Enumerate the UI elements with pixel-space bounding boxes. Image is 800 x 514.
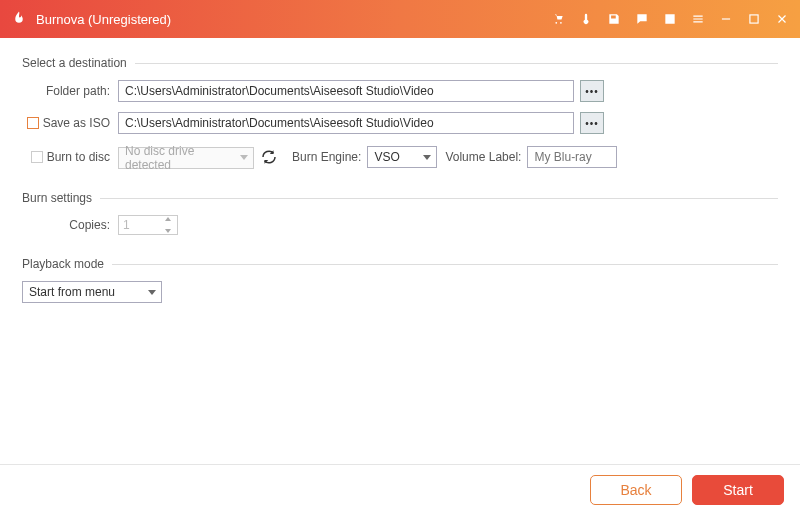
section-destination: Select a destination Folder path: ••• Sa… [22, 56, 778, 177]
back-button[interactable]: Back [590, 475, 682, 505]
save-iso-browse-button[interactable]: ••• [580, 112, 604, 134]
disc-drive-select[interactable]: No disc drive detected [118, 147, 254, 169]
refresh-icon[interactable] [260, 148, 278, 166]
menu-icon[interactable] [690, 11, 706, 27]
burn-disc-text: Burn to disc [47, 150, 110, 164]
label-folder-path: Folder path: [22, 84, 118, 98]
row-burn-disc: Burn to disc No disc drive detected Burn… [22, 144, 778, 169]
save-iso-checkbox[interactable] [27, 117, 39, 129]
row-save-iso: Save as ISO ••• [22, 112, 778, 134]
burn-engine-group: Burn Engine: VSO [292, 146, 437, 168]
label-burn-engine: Burn Engine: [292, 150, 361, 164]
titlebar: Burnova (Unregistered) [0, 0, 800, 38]
copies-down-icon[interactable] [165, 229, 171, 233]
legend-playback: Playback mode [22, 257, 112, 271]
burn-disc-checkbox[interactable] [31, 151, 43, 163]
flame-icon [10, 10, 28, 28]
row-playback-mode: Start from menu [22, 281, 778, 303]
section-playback: Playback mode Start from menu [22, 257, 778, 311]
footer: Back Start [0, 464, 800, 514]
maximize-icon[interactable] [746, 11, 762, 27]
app-logo: Burnova (Unregistered) [10, 10, 171, 28]
titlebar-icons [550, 11, 790, 27]
disc-drive-select-wrap[interactable]: No disc drive detected [118, 144, 254, 169]
app-title: Burnova (Unregistered) [36, 12, 171, 27]
playback-mode-select[interactable]: Start from menu [22, 281, 162, 303]
row-folder-path: Folder path: ••• [22, 80, 778, 102]
legend-burn: Burn settings [22, 191, 100, 205]
save-iso-input[interactable] [118, 112, 574, 134]
svg-rect-1 [750, 15, 758, 23]
save-icon[interactable] [606, 11, 622, 27]
volume-label-group: Volume Label: [445, 146, 617, 168]
facebook-icon[interactable] [662, 11, 678, 27]
folder-path-browse-button[interactable]: ••• [580, 80, 604, 102]
section-burn-settings: Burn settings Copies: 1 [22, 191, 778, 243]
burn-engine-select-wrap[interactable]: VSO [367, 146, 437, 168]
volume-label-input[interactable] [527, 146, 617, 168]
burn-engine-select[interactable]: VSO [367, 146, 437, 168]
svg-rect-0 [722, 18, 730, 19]
copies-value: 1 [123, 218, 130, 232]
folder-path-input[interactable] [118, 80, 574, 102]
label-save-iso[interactable]: Save as ISO [22, 116, 118, 130]
label-copies: Copies: [22, 218, 118, 232]
label-volume: Volume Label: [445, 150, 521, 164]
close-icon[interactable] [774, 11, 790, 27]
copies-stepper[interactable]: 1 [118, 215, 178, 235]
save-iso-text: Save as ISO [43, 116, 110, 130]
row-copies: Copies: 1 [22, 215, 778, 235]
playback-mode-select-wrap[interactable]: Start from menu [22, 281, 162, 303]
start-button[interactable]: Start [692, 475, 784, 505]
cart-icon[interactable] [550, 11, 566, 27]
chat-icon[interactable] [634, 11, 650, 27]
minimize-icon[interactable] [718, 11, 734, 27]
thermometer-icon[interactable] [578, 11, 594, 27]
copies-up-icon[interactable] [165, 217, 171, 221]
legend-destination: Select a destination [22, 56, 135, 70]
label-burn-disc[interactable]: Burn to disc [22, 150, 118, 164]
main-body: Select a destination Folder path: ••• Sa… [0, 38, 800, 464]
